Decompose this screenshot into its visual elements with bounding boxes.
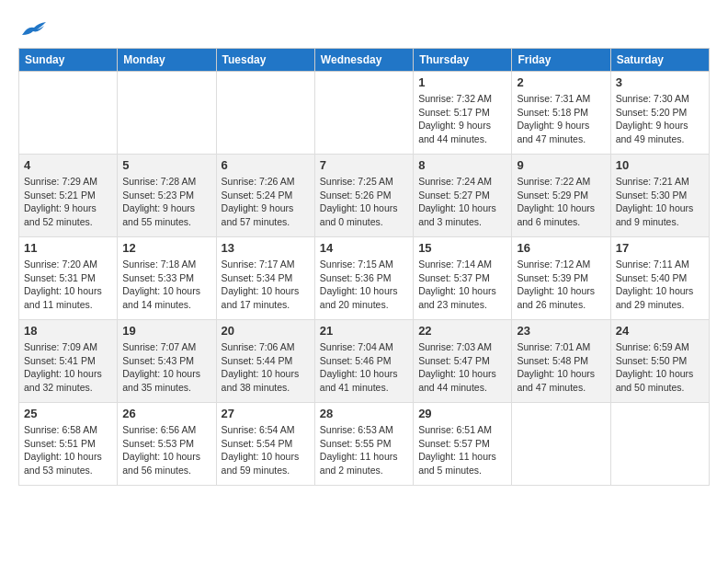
daylight-text: Daylight: 10 hours and 3 minutes. — [418, 202, 496, 227]
sunset-text: Sunset: 5:51 PM — [24, 438, 96, 449]
sunrise-text: Sunrise: 7:14 AM — [418, 259, 492, 270]
sunrise-text: Sunrise: 6:59 AM — [616, 341, 689, 352]
day-info: Sunrise: 7:29 AM Sunset: 5:21 PM Dayligh… — [24, 175, 112, 229]
day-number: 3 — [616, 75, 704, 89]
calendar-cell — [512, 403, 610, 486]
daylight-text: Daylight: 10 hours and 23 minutes. — [418, 285, 496, 310]
sunrise-text: Sunrise: 7:01 AM — [517, 341, 590, 352]
day-info: Sunrise: 7:03 AM Sunset: 5:47 PM Dayligh… — [418, 340, 506, 395]
day-number: 7 — [320, 158, 408, 172]
day-number: 24 — [616, 324, 704, 338]
day-info: Sunrise: 7:18 AM Sunset: 5:33 PM Dayligh… — [122, 258, 210, 312]
calendar-cell: 29 Sunrise: 6:51 AM Sunset: 5:57 PM Dayl… — [414, 403, 512, 486]
day-number: 20 — [222, 324, 310, 338]
calendar-cell — [118, 72, 216, 155]
calendar-cell — [314, 72, 413, 155]
sunrise-text: Sunrise: 7:24 AM — [418, 176, 492, 187]
day-number: 9 — [517, 158, 605, 172]
sunset-text: Sunset: 5:46 PM — [320, 355, 392, 366]
daylight-text: Daylight: 9 hours and 47 minutes. — [517, 120, 589, 144]
calendar-cell: 10 Sunrise: 7:21 AM Sunset: 5:30 PM Dayl… — [610, 155, 709, 237]
calendar-cell: 24 Sunrise: 6:59 AM Sunset: 5:50 PM Dayl… — [610, 320, 709, 403]
daylight-text: Daylight: 10 hours and 59 minutes. — [222, 451, 300, 476]
sunset-text: Sunset: 5:40 PM — [616, 272, 688, 283]
day-number: 12 — [122, 241, 210, 255]
day-info: Sunrise: 7:07 AM Sunset: 5:43 PM Dayligh… — [122, 340, 210, 395]
day-number: 14 — [320, 241, 408, 255]
day-info: Sunrise: 7:22 AM Sunset: 5:29 PM Dayligh… — [517, 175, 605, 229]
sunrise-text: Sunrise: 7:22 AM — [517, 176, 590, 187]
day-info: Sunrise: 7:14 AM Sunset: 5:37 PM Dayligh… — [418, 258, 506, 312]
sunset-text: Sunset: 5:26 PM — [320, 190, 392, 201]
day-number: 1 — [418, 75, 506, 89]
day-info: Sunrise: 7:17 AM Sunset: 5:34 PM Dayligh… — [222, 258, 310, 312]
sunset-text: Sunset: 5:54 PM — [222, 438, 293, 449]
day-info: Sunrise: 7:12 AM Sunset: 5:39 PM Dayligh… — [517, 258, 605, 312]
sunrise-text: Sunrise: 7:26 AM — [222, 176, 295, 187]
daylight-text: Daylight: 10 hours and 47 minutes. — [517, 368, 595, 393]
sunset-text: Sunset: 5:57 PM — [418, 438, 490, 449]
calendar-cell — [216, 72, 314, 155]
day-number: 21 — [320, 324, 408, 338]
sunrise-text: Sunrise: 7:20 AM — [24, 259, 97, 270]
day-number: 10 — [616, 158, 704, 172]
sunset-text: Sunset: 5:55 PM — [320, 438, 392, 449]
day-number: 19 — [122, 324, 210, 338]
day-number: 25 — [24, 407, 112, 420]
sunset-text: Sunset: 5:47 PM — [418, 355, 490, 366]
day-number: 15 — [418, 241, 506, 255]
daylight-text: Daylight: 10 hours and 38 minutes. — [222, 368, 300, 393]
daylight-text: Daylight: 10 hours and 35 minutes. — [122, 368, 200, 393]
day-info: Sunrise: 7:24 AM Sunset: 5:27 PM Dayligh… — [418, 175, 506, 229]
sunrise-text: Sunrise: 7:28 AM — [122, 176, 196, 187]
calendar-cell: 11 Sunrise: 7:20 AM Sunset: 5:31 PM Dayl… — [19, 237, 118, 320]
logo — [18, 18, 48, 39]
sunset-text: Sunset: 5:30 PM — [616, 190, 688, 201]
day-info: Sunrise: 7:15 AM Sunset: 5:36 PM Dayligh… — [320, 258, 408, 312]
calendar-cell: 12 Sunrise: 7:18 AM Sunset: 5:33 PM Dayl… — [118, 237, 216, 320]
daylight-text: Daylight: 10 hours and 0 minutes. — [320, 202, 398, 227]
sunset-text: Sunset: 5:23 PM — [122, 190, 194, 201]
calendar-cell — [610, 403, 709, 486]
sunrise-text: Sunrise: 7:11 AM — [616, 259, 689, 270]
weekday-header: Monday — [118, 49, 216, 72]
day-info: Sunrise: 7:11 AM Sunset: 5:40 PM Dayligh… — [616, 258, 704, 312]
page-header — [18, 18, 710, 39]
calendar-cell: 13 Sunrise: 7:17 AM Sunset: 5:34 PM Dayl… — [216, 237, 314, 320]
day-number: 18 — [24, 324, 112, 338]
day-info: Sunrise: 6:56 AM Sunset: 5:53 PM Dayligh… — [122, 423, 210, 477]
day-info: Sunrise: 6:53 AM Sunset: 5:55 PM Dayligh… — [320, 423, 408, 477]
sunrise-text: Sunrise: 7:21 AM — [616, 176, 689, 187]
calendar-cell: 22 Sunrise: 7:03 AM Sunset: 5:47 PM Dayl… — [414, 320, 512, 403]
daylight-text: Daylight: 11 hours and 2 minutes. — [320, 451, 398, 476]
calendar-cell: 6 Sunrise: 7:26 AM Sunset: 5:24 PM Dayli… — [216, 155, 314, 237]
sunset-text: Sunset: 5:20 PM — [616, 107, 688, 118]
day-number: 8 — [418, 158, 506, 172]
daylight-text: Daylight: 10 hours and 53 minutes. — [24, 451, 102, 476]
calendar-week-row: 4 Sunrise: 7:29 AM Sunset: 5:21 PM Dayli… — [19, 155, 710, 237]
calendar-cell: 27 Sunrise: 6:54 AM Sunset: 5:54 PM Dayl… — [216, 403, 314, 486]
day-number: 28 — [320, 407, 408, 420]
sunset-text: Sunset: 5:34 PM — [222, 272, 293, 283]
sunrise-text: Sunrise: 7:18 AM — [122, 259, 196, 270]
sunrise-text: Sunrise: 6:54 AM — [222, 424, 295, 435]
sunrise-text: Sunrise: 7:07 AM — [122, 341, 196, 352]
calendar-cell: 19 Sunrise: 7:07 AM Sunset: 5:43 PM Dayl… — [118, 320, 216, 403]
sunset-text: Sunset: 5:37 PM — [418, 272, 490, 283]
calendar-cell: 28 Sunrise: 6:53 AM Sunset: 5:55 PM Dayl… — [314, 403, 413, 486]
sunrise-text: Sunrise: 6:53 AM — [320, 424, 393, 435]
day-info: Sunrise: 7:06 AM Sunset: 5:44 PM Dayligh… — [222, 340, 310, 395]
day-number: 22 — [418, 324, 506, 338]
calendar-cell: 9 Sunrise: 7:22 AM Sunset: 5:29 PM Dayli… — [512, 155, 610, 237]
day-info: Sunrise: 7:01 AM Sunset: 5:48 PM Dayligh… — [517, 340, 605, 395]
sunrise-text: Sunrise: 7:17 AM — [222, 259, 295, 270]
sunrise-text: Sunrise: 7:25 AM — [320, 176, 393, 187]
calendar-cell: 25 Sunrise: 6:58 AM Sunset: 5:51 PM Dayl… — [19, 403, 118, 486]
day-number: 29 — [418, 407, 506, 420]
daylight-text: Daylight: 10 hours and 26 minutes. — [517, 285, 595, 310]
day-number: 27 — [222, 407, 310, 420]
daylight-text: Daylight: 10 hours and 56 minutes. — [122, 451, 200, 476]
sunset-text: Sunset: 5:29 PM — [517, 190, 588, 201]
sunset-text: Sunset: 5:31 PM — [24, 272, 96, 283]
logo-bird-icon — [20, 18, 48, 39]
